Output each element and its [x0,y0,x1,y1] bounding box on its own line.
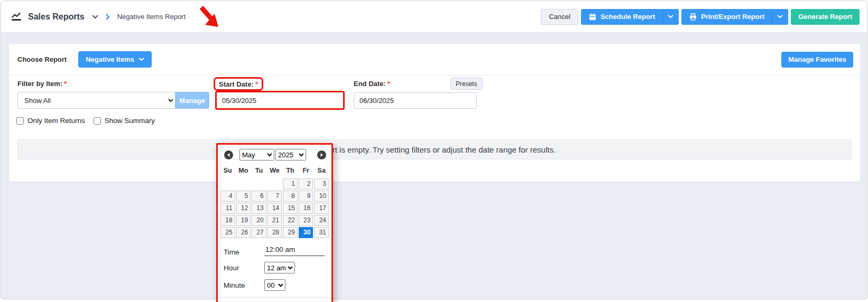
chevron-down-icon[interactable] [772,10,788,24]
breadcrumb: Sales Reports Negative Items Report [12,12,186,22]
chevron-down-icon [138,58,144,61]
show-summary-label: Show Summary [105,117,155,125]
empty-results-message: Report is empty. Try setting filters or … [313,145,556,154]
day-cell-3[interactable]: 3 [314,178,329,190]
day-cell-7[interactable]: 7 [267,191,282,202]
month-select[interactable]: May [239,149,274,161]
time-row: Time 12:00 am [218,246,331,256]
day-cell-13[interactable]: 13 [252,203,266,214]
day-cell-10[interactable]: 10 [314,191,329,202]
day-of-week-label: Fr [299,167,313,174]
schedule-report-label: Schedule Report [601,13,655,21]
page-title: Sales Reports [28,12,85,22]
chevron-down-icon[interactable] [92,15,98,19]
only-item-returns-option[interactable]: Only Item Returns [16,117,85,125]
minute-label: Minute [224,281,264,289]
day-cell-15[interactable]: 15 [283,203,298,214]
calendar-day-headers: SuMoTuWeThFrSa [218,167,331,174]
day-cell-28[interactable]: 28 [267,227,282,238]
day-cell-25[interactable]: 25 [220,227,235,238]
presets-button[interactable]: Presets [450,78,483,90]
only-item-returns-checkbox[interactable] [16,117,24,125]
report-selector-button[interactable]: Negative Items [78,51,152,68]
day-cell-16[interactable]: 16 [299,203,313,214]
empty-results-banner: Report is empty. Try setting filters or … [17,139,852,159]
day-cell-27[interactable]: 27 [252,227,266,238]
schedule-report-main[interactable]: Schedule Report [581,13,662,21]
day-cell-4[interactable]: 4 [220,191,235,202]
choose-report-row: Choose Report Negative Items Manage Favo… [9,44,860,76]
day-cell-20[interactable]: 20 [252,215,266,226]
day-cell-26[interactable]: 26 [236,227,251,238]
day-cell-29[interactable]: 29 [283,227,298,238]
print-export-report-button[interactable]: Print/Export Report [681,9,788,25]
calendar-icon [589,13,596,21]
day-cell-24[interactable]: 24 [314,215,329,226]
breadcrumb-current: Negative Items Report [117,13,186,21]
start-date-input[interactable] [215,91,345,110]
print-export-label: Print/Export Report [701,13,764,21]
window: Sales Reports Negative Items Report Canc… [1,1,867,299]
year-select[interactable]: 2025 [275,149,306,161]
annotation-arrow-icon [198,5,221,32]
previous-month-button[interactable] [224,150,233,159]
day-of-week-label: Th [283,167,298,174]
day-cell-19[interactable]: 19 [236,215,251,226]
choose-report-label: Choose Report [17,55,67,63]
required-asterisk: * [387,80,390,88]
manage-favorites-button[interactable]: Manage Favorites [781,52,853,68]
chevron-down-icon[interactable] [662,10,678,24]
day-of-week-label: Tu [252,167,266,174]
start-date-label: Start Date:* [219,80,258,88]
day-cell-17[interactable]: 17 [314,203,329,214]
minute-select[interactable]: 00 [264,279,285,291]
day-cell-1[interactable]: 1 [283,178,298,190]
cancel-button[interactable]: Cancel [541,9,578,25]
day-cell-6[interactable]: 6 [252,191,266,202]
day-cell-21[interactable]: 21 [267,215,282,226]
day-cell-14[interactable]: 14 [267,203,282,214]
day-cell-8[interactable]: 8 [283,191,298,202]
day-cell-12[interactable]: 12 [236,203,251,214]
day-of-week-label: Sa [314,167,329,174]
next-month-button[interactable] [317,150,326,159]
printer-icon [689,13,697,21]
time-label: Time [224,248,264,256]
datepicker-header: May 2025 [218,147,331,161]
hour-select[interactable]: 12 am [264,262,295,273]
start-date-label-highlight: Start Date:* [214,77,263,91]
required-asterisk: * [64,80,67,88]
day-cell-11[interactable]: 11 [220,203,235,214]
filter-by-item-label: Filter by Item:* [17,80,67,88]
day-of-week-label: We [267,167,282,174]
screen: Sales Reports Negative Items Report Canc… [0,0,868,302]
day-cell-31[interactable]: 31 [314,227,329,238]
item-filter-select[interactable]: Show All [17,92,175,109]
day-cell-2[interactable]: 2 [299,178,313,190]
start-date-datepicker: May 2025 SuMoTuWeThFrSa 1234567891011121… [216,143,333,302]
day-cell-9[interactable]: 9 [299,191,313,202]
top-bar: Sales Reports Negative Items Report Canc… [1,1,867,33]
day-of-week-label: Su [220,167,235,174]
day-cell-23[interactable]: 23 [299,215,313,226]
required-asterisk: * [255,80,258,88]
content-area: Choose Report Negative Items Manage Favo… [1,33,867,299]
line-chart-icon [12,12,22,21]
report-card: Choose Report Negative Items Manage Favo… [9,44,860,182]
hour-row: Hour 12 am [218,262,331,273]
show-summary-option[interactable]: Show Summary [94,117,155,125]
print-export-main[interactable]: Print/Export Report [682,13,772,21]
time-value[interactable]: 12:00 am [264,246,325,256]
end-date-input[interactable] [354,92,477,109]
day-cell-18[interactable]: 18 [220,215,235,226]
hour-label: Hour [224,264,264,272]
manage-items-button[interactable]: Manage [175,92,209,109]
generate-report-button[interactable]: Generate Report [791,9,860,25]
minute-row: Minute 00 [218,279,331,291]
show-summary-checkbox[interactable] [94,117,101,125]
day-cell-22[interactable]: 22 [283,215,298,226]
only-item-returns-label: Only Item Returns [27,117,85,125]
day-cell-5[interactable]: 5 [236,191,251,202]
day-cell-30[interactable]: 30 [299,227,313,238]
schedule-report-button[interactable]: Schedule Report [581,9,679,25]
